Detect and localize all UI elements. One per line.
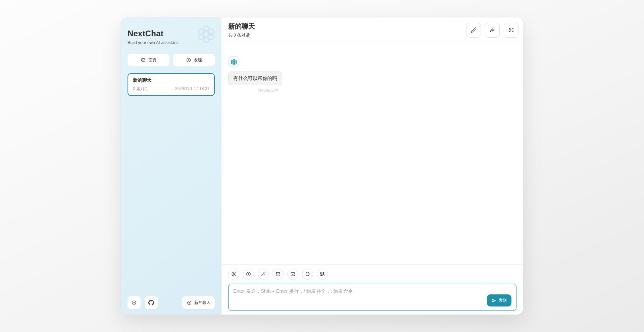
send-button-label: 发送 [499,298,507,303]
app-window: NextChat Build your own AI assistant. [121,17,523,315]
message-bubble-wrap: 有什么可以帮你的吗 预设提示词 [228,72,282,93]
robot-icon [305,271,310,277]
composer-toolbar: A [228,269,516,280]
svg-text:A: A [248,273,249,276]
settings-hexnut-icon [131,300,137,305]
chat-message-count: 共 0 条对话 [228,33,255,38]
magic-wand-icon [260,271,266,277]
mask-icon [141,57,146,63]
masks-button[interactable]: 面具 [128,54,169,66]
chat-title[interactable]: 新的聊天 [228,22,255,31]
shortcut-grid-icon [319,271,325,277]
chat-list: 新的聊天 0 条对话 2024/11/1 17:18:21 [128,73,215,96]
share-icon [490,27,495,33]
message-hint: 预设提示词 [228,88,282,93]
chat-header: 新的聊天 共 0 条对话 [221,17,523,43]
pencil-icon [471,27,477,33]
chat-input[interactable] [228,284,516,311]
github-button[interactable] [145,296,158,309]
prompt-hints-button[interactable] [258,269,269,280]
send-button[interactable]: 发送 [487,294,511,306]
chat-header-actions [466,23,518,38]
fullscreen-icon [508,27,514,33]
chat-item-title: 新的聊天 [133,77,209,83]
settings-button[interactable] [128,296,141,309]
sidebar: NextChat Build your own AI assistant. [121,17,221,315]
mask-icon [275,271,281,277]
composer: 发送 [228,284,516,311]
chat-panel: 新的聊天 共 0 条对话 [221,17,523,315]
fullscreen-button[interactable] [504,23,518,38]
chat-list-item-selected[interactable]: 新的聊天 0 条对话 2024/11/1 17:18:21 [128,73,215,96]
masks-tool-button[interactable] [273,269,284,280]
rename-chat-button[interactable] [466,23,481,38]
sidebar-nav: 面具 发现 [128,54,215,66]
assistant-message: 有什么可以帮你的吗 预设提示词 [228,56,516,93]
github-icon [148,300,154,305]
discover-button[interactable]: 发现 [173,54,215,66]
sidebar-footer: 新的聊天 [128,296,215,309]
clear-context-icon [290,271,296,277]
chat-header-info: 新的聊天 共 0 条对话 [228,22,255,38]
share-chat-button[interactable] [485,23,500,38]
paper-plane-icon [491,298,496,303]
discover-icon [186,57,191,63]
sidebar-new-chat-button[interactable]: 新的聊天 [182,296,215,309]
chat-item-meta: 0 条对话 2024/11/1 17:18:21 [133,86,209,92]
chat-message-list: 有什么可以帮你的吗 预设提示词 [221,43,523,264]
sidebar-header: NextChat Build your own AI assistant. [128,24,215,45]
message-bubble: 有什么可以帮你的吗 [228,72,282,85]
plus-circle-icon [187,300,192,305]
chat-item-count: 0 条对话 [133,86,148,92]
assistant-avatar [228,56,239,67]
theme-auto-button[interactable]: A [243,269,254,280]
gear-icon [231,271,237,277]
model-select-button[interactable] [302,269,313,280]
sidebar-new-chat-label: 新的聊天 [194,300,210,305]
chat-item-timestamp: 2024/11/1 17:18:21 [175,86,209,92]
openai-logo-watermark-icon [195,23,217,45]
discover-button-label: 发现 [194,57,202,63]
clear-context-button[interactable] [287,269,298,280]
openai-avatar-icon [230,58,238,66]
shortcuts-button[interactable] [317,269,328,280]
masks-button-label: 面具 [149,57,157,63]
chat-settings-button[interactable] [228,269,239,280]
composer-panel: A [221,264,523,315]
theme-auto-icon: A [246,271,251,277]
